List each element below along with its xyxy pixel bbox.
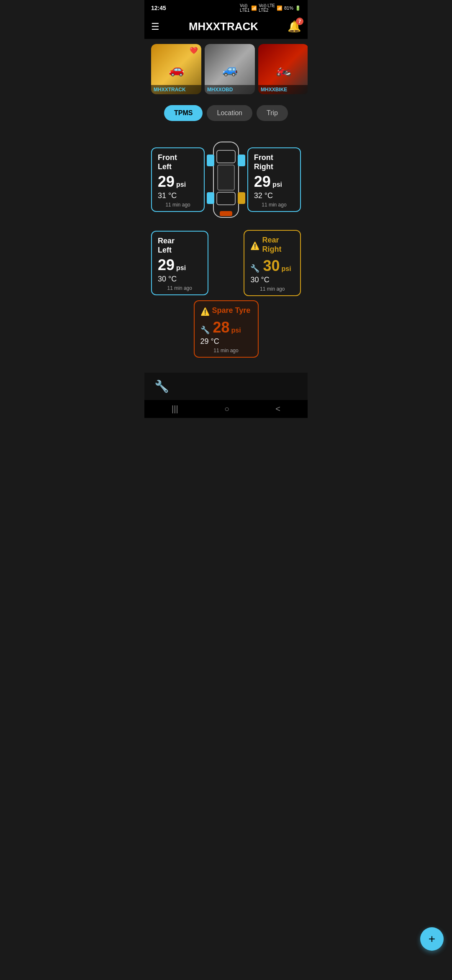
front-left-psi-row: 29 psi <box>158 173 198 191</box>
svg-rect-5 <box>238 155 245 166</box>
warning-triangle-icon: ⚠️ <box>250 241 259 250</box>
front-right-name: FrontRight <box>254 153 294 171</box>
signal-bars-2: 📶 <box>277 5 282 11</box>
spare-psi-unit: psi <box>231 327 241 334</box>
spare-temp: 29 °C <box>200 337 252 346</box>
tire-card-spare: ⚠️ Spare Tyre 🔧 28 psi 29 °C 11 min ago <box>194 300 259 358</box>
car-diagram-top <box>205 134 247 226</box>
front-right-psi-row: 29 psi <box>254 173 294 191</box>
tab-location[interactable]: Location <box>207 105 252 121</box>
front-left-psi: 29 <box>158 173 175 191</box>
rear-left-psi-unit: psi <box>176 264 186 272</box>
status-bar: 12:45 Vo))LTE1 📶 Vo)) LTELTE2 📶 81% 🔋 <box>144 0 308 14</box>
rear-left-time: 11 min ago <box>158 285 202 291</box>
favorite-icon: ❤️ <box>190 46 198 54</box>
nav-recent[interactable]: ||| <box>172 404 178 414</box>
tab-trip[interactable]: Trip <box>257 105 288 121</box>
front-left-time: 11 min ago <box>158 202 198 208</box>
vehicle-card-mhxxbike[interactable]: 🏍️ MHXXBIKE <box>258 44 308 94</box>
spare-warning-row: ⚠️ Spare Tyre <box>200 306 252 317</box>
tab-tpms[interactable]: TPMS <box>164 105 203 121</box>
tire-pressure-icon-yellow: 🔧 <box>250 264 259 273</box>
bottom-nav: 🔧 <box>144 373 308 400</box>
front-left-temp: 31 °C <box>158 191 198 200</box>
spare-name: Spare Tyre <box>212 306 251 315</box>
vehicle-card-mhxxobd[interactable]: 🚙 MHXXOBD <box>205 44 255 94</box>
spare-row: ⚠️ Spare Tyre 🔧 28 psi 29 °C 11 min ago <box>194 300 259 358</box>
spare-tire-icon: 🔧 <box>200 325 210 335</box>
rear-right-name: RearRight <box>262 236 281 254</box>
front-right-temp: 32 °C <box>254 191 294 200</box>
status-right: Vo))LTE1 📶 Vo)) LTELTE2 📶 81% 🔋 <box>240 3 301 13</box>
spare-psi-row: 🔧 28 psi <box>200 319 252 336</box>
notification-badge: 7 <box>296 18 303 25</box>
signal-bars-1: 📶 <box>251 5 257 11</box>
vehicle-label-1: MHXXTRACK <box>151 85 201 94</box>
header: ☰ MHXXTRACK 🔔 7 <box>144 14 308 39</box>
tab-bar: TPMS Location Trip <box>144 99 308 127</box>
menu-button[interactable]: ☰ <box>151 21 159 32</box>
rear-right-time: 11 min ago <box>250 286 294 292</box>
front-right-time: 11 min ago <box>254 202 294 208</box>
front-left-name: FrontLeft <box>158 153 198 171</box>
battery: 81% <box>284 5 293 10</box>
status-time: 12:45 <box>151 5 166 11</box>
tire-card-front-left: FrontLeft 29 psi 31 °C 11 min ago <box>151 147 205 212</box>
notification-button[interactable]: 🔔 7 <box>288 20 301 33</box>
tire-card-rear-left: RearLeft 29 psi 30 °C 11 min ago <box>151 231 208 295</box>
front-tire-row: FrontLeft 29 psi 31 °C 11 min ago <box>151 134 301 226</box>
svg-rect-4 <box>207 155 214 166</box>
rear-left-name: RearLeft <box>158 237 202 255</box>
tpms-section: FrontLeft 29 psi 31 °C 11 min ago <box>144 127 308 364</box>
spare-time: 11 min ago <box>200 348 252 353</box>
svg-rect-6 <box>207 192 214 204</box>
rear-right-psi: 30 <box>263 257 280 275</box>
rear-right-psi-unit: psi <box>282 265 291 273</box>
android-nav: ||| ○ < <box>144 400 308 418</box>
svg-rect-7 <box>238 192 245 204</box>
status-signal: Vo))LTE1 <box>240 3 249 13</box>
svg-rect-2 <box>217 192 235 205</box>
vehicle-label-2: MHXXOBD <box>205 85 255 94</box>
battery-icon: 🔋 <box>295 5 301 11</box>
nav-home[interactable]: ○ <box>224 404 229 414</box>
vehicle-cards: 🚗 ❤️ MHXXTRACK 🚙 MHXXOBD 🏍️ MHXXBIKE <box>144 39 308 99</box>
rear-left-psi-row: 29 psi <box>158 256 202 274</box>
rear-left-temp: 30 °C <box>158 275 202 284</box>
rear-left-psi: 29 <box>158 256 175 274</box>
spare-warning-icon: ⚠️ <box>200 307 210 316</box>
nav-back[interactable]: < <box>275 404 280 414</box>
car-layout: FrontLeft 29 psi 31 °C 11 min ago <box>151 134 301 358</box>
rear-right-psi-row: 🔧 30 psi <box>250 257 294 275</box>
app-title: MHXXTRACK <box>189 20 258 33</box>
front-right-psi-unit: psi <box>272 181 282 188</box>
vehicle-label-3: MHXXBIKE <box>258 85 308 94</box>
rear-tire-row: RearLeft 29 psi 30 °C 11 min ago ⚠️ Rear… <box>151 230 301 296</box>
tire-card-rear-right: ⚠️ RearRight 🔧 30 psi 30 °C 11 min ago <box>244 230 301 296</box>
rear-right-warning-row: ⚠️ RearRight <box>250 236 294 255</box>
front-right-psi: 29 <box>254 173 271 191</box>
tire-card-front-right: FrontRight 29 psi 32 °C 11 min ago <box>247 147 301 212</box>
svg-rect-3 <box>218 165 234 190</box>
vehicle-card-mhxxtrack[interactable]: 🚗 ❤️ MHXXTRACK <box>151 44 201 94</box>
rear-right-temp: 30 °C <box>250 276 294 284</box>
front-left-psi-unit: psi <box>176 181 186 188</box>
status-signal2: Vo)) LTELTE2 <box>259 3 275 13</box>
engine-icon[interactable]: 🔧 <box>154 379 169 393</box>
spare-psi: 28 <box>213 319 230 336</box>
svg-rect-1 <box>217 150 235 163</box>
svg-rect-8 <box>220 211 232 216</box>
